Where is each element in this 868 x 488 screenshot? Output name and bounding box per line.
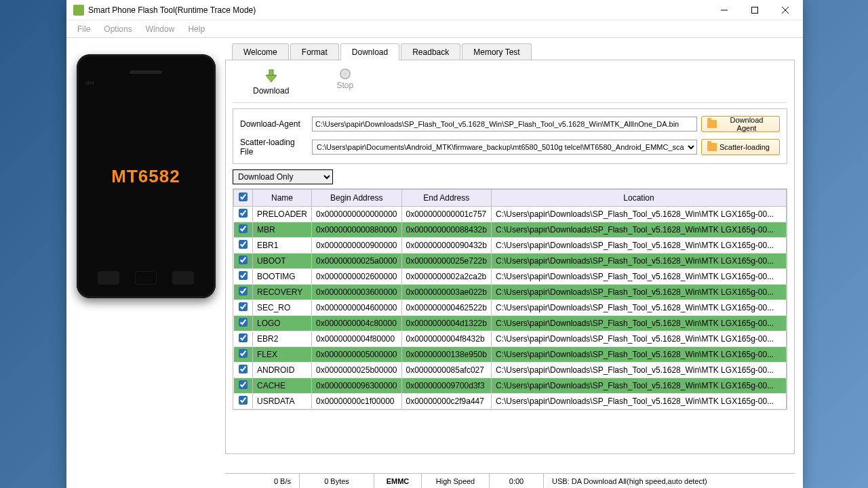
da-path-input[interactable]	[312, 117, 697, 131]
file-section: Download-Agent Download Agent Scatter-lo…	[233, 108, 787, 164]
tab-format[interactable]: Format	[290, 43, 339, 60]
download-button[interactable]: Download	[253, 68, 289, 96]
cell-end: 0x000000000090432b	[401, 238, 491, 253]
table-row[interactable]: EBR20x0000000004f800000x0000000004f8432b…	[234, 331, 787, 347]
cell-name: USRDATA	[253, 394, 312, 409]
cell-end: 0x000000000001c757	[401, 207, 491, 222]
cell-end: 0x000000009700d3f3	[401, 378, 491, 394]
table-row[interactable]: UBOOT0x00000000025a00000x00000000025e722…	[234, 253, 787, 269]
menubar: File Options Window Help	[66, 20, 803, 38]
cell-begin: 0x0000000096300000	[312, 378, 401, 394]
cell-end: 0x00000000c2f9a447	[401, 394, 491, 409]
cell-name: EBR1	[253, 238, 312, 253]
select-all-checkbox[interactable]	[239, 192, 248, 201]
cell-name: FLEX	[253, 347, 312, 363]
phone-menu-icon	[98, 271, 119, 285]
table-row[interactable]: RECOVERY0x00000000036000000x0000000003ae…	[234, 285, 787, 300]
cell-end: 0x0000000002a2ca2b	[401, 269, 491, 285]
menu-options[interactable]: Options	[97, 22, 138, 36]
table-row[interactable]: SEC_RO0x00000000046000000x00000000046252…	[234, 300, 787, 316]
status-bytes: 0 Bytes	[300, 474, 374, 488]
cell-name: RECOVERY	[253, 285, 312, 300]
phone-back-icon	[172, 271, 194, 285]
download-arrow-icon	[263, 68, 279, 85]
cell-end: 0x000000000462522b	[401, 300, 491, 316]
cell-end: 0x00000000138e950b	[401, 347, 491, 363]
table-row[interactable]: FLEX0x00000000050000000x00000000138e950b…	[234, 347, 787, 363]
th-end[interactable]: End Address	[401, 190, 491, 207]
row-checkbox[interactable]	[239, 287, 248, 296]
table-row[interactable]: BOOTIMG0x00000000026000000x0000000002a2c…	[234, 269, 787, 285]
close-button[interactable]	[770, 1, 800, 20]
phone-image: BM MT6582	[77, 54, 216, 298]
tab-welcome[interactable]: Welcome	[232, 43, 289, 60]
status-storage: EMMC	[374, 474, 422, 488]
row-checkbox[interactable]	[239, 333, 248, 342]
menu-file[interactable]: File	[71, 22, 97, 36]
cell-location: C:\Users\papir\Downloads\SP_Flash_Tool_v…	[491, 285, 786, 300]
cell-location: C:\Users\papir\Downloads\SP_Flash_Tool_v…	[491, 300, 786, 316]
cell-begin: 0x0000000000900000	[312, 238, 401, 253]
row-checkbox[interactable]	[239, 209, 248, 218]
cell-end: 0x000000000088432b	[401, 222, 491, 238]
row-checkbox[interactable]	[239, 380, 248, 389]
window-title: Smart Phone Flash Tool(Runtime Trace Mod…	[88, 5, 709, 15]
download-mode-select[interactable]: Download Only	[233, 169, 333, 184]
cell-location: C:\Users\papir\Downloads\SP_Flash_Tool_v…	[491, 316, 786, 331]
cell-begin: 0x0000000004600000	[312, 300, 401, 316]
cell-location: C:\Users\papir\Downloads\SP_Flash_Tool_v…	[491, 253, 786, 269]
table-row[interactable]: LOGO0x0000000004c800000x0000000004d1322b…	[234, 316, 787, 331]
table-row[interactable]: PRELOADER0x00000000000000000x00000000000…	[234, 207, 787, 222]
row-checkbox[interactable]	[239, 365, 248, 373]
cell-location: C:\Users\papir\Downloads\SP_Flash_Tool_v…	[491, 347, 786, 363]
minimize-button[interactable]	[709, 1, 739, 20]
cell-end: 0x0000000085afc027	[401, 363, 491, 378]
cell-name: UBOOT	[253, 253, 312, 269]
row-checkbox[interactable]	[239, 318, 248, 327]
row-checkbox[interactable]	[239, 396, 248, 405]
maximize-button[interactable]	[739, 1, 770, 20]
table-row[interactable]: ANDROID0x0000000025b000000x0000000085afc…	[234, 363, 787, 378]
table-row[interactable]: CACHE0x00000000963000000x000000009700d3f…	[234, 378, 787, 394]
tab-readback[interactable]: Readback	[401, 43, 460, 60]
th-name[interactable]: Name	[253, 190, 312, 207]
status-usb: USB: DA Download All(high speed,auto det…	[544, 474, 795, 488]
download-agent-button[interactable]: Download Agent	[701, 116, 780, 132]
scatter-path-select[interactable]: C:\Users\papir\Documents\Android_MTK\fir…	[312, 140, 697, 155]
tab-download[interactable]: Download	[340, 43, 399, 60]
row-checkbox[interactable]	[239, 240, 248, 249]
table-row[interactable]: MBR0x00000000008800000x000000000088432bC…	[234, 222, 787, 238]
row-checkbox[interactable]	[239, 271, 248, 280]
row-checkbox[interactable]	[239, 256, 248, 264]
row-checkbox[interactable]	[239, 302, 248, 311]
tab-memory-test[interactable]: Memory Test	[462, 43, 531, 60]
status-time: 0:00	[490, 474, 544, 488]
tab-content: Download Stop Download-Agent Download Ag…	[225, 60, 795, 454]
scatter-label: Scatter-loading File	[240, 138, 308, 157]
cell-begin: 0x0000000005000000	[312, 347, 401, 363]
row-checkbox[interactable]	[239, 224, 248, 233]
cell-name: ANDROID	[253, 363, 312, 378]
th-begin[interactable]: Begin Address	[312, 190, 401, 207]
folder-icon	[707, 120, 717, 128]
da-label: Download-Agent	[240, 119, 308, 129]
menu-window[interactable]: Window	[139, 22, 182, 36]
menu-help[interactable]: Help	[181, 22, 212, 36]
row-checkbox[interactable]	[239, 349, 248, 358]
cell-location: C:\Users\papir\Downloads\SP_Flash_Tool_v…	[491, 222, 786, 238]
table-row[interactable]: EBR10x00000000009000000x000000000090432b…	[234, 238, 787, 253]
cell-location: C:\Users\papir\Downloads\SP_Flash_Tool_v…	[491, 394, 786, 409]
cell-location: C:\Users\papir\Downloads\SP_Flash_Tool_v…	[491, 378, 786, 394]
partition-table: Name Begin Address End Address Location …	[233, 188, 787, 410]
cell-begin: 0x0000000003600000	[312, 285, 401, 300]
tab-bar: Welcome Format Download Readback Memory …	[232, 43, 795, 60]
cell-end: 0x00000000025e722b	[401, 253, 491, 269]
statusbar: 0 B/s 0 Bytes EMMC High Speed 0:00 USB: …	[225, 473, 795, 488]
th-location[interactable]: Location	[491, 190, 786, 207]
titlebar[interactable]: Smart Phone Flash Tool(Runtime Trace Mod…	[66, 0, 803, 20]
cell-location: C:\Users\papir\Downloads\SP_Flash_Tool_v…	[491, 269, 786, 285]
scatter-loading-button[interactable]: Scatter-loading	[701, 139, 780, 155]
status-speed: 0 B/s	[225, 474, 300, 488]
table-row[interactable]: USRDATA0x00000000c1f000000x00000000c2f9a…	[234, 394, 787, 409]
cell-begin: 0x0000000004c80000	[312, 316, 401, 331]
